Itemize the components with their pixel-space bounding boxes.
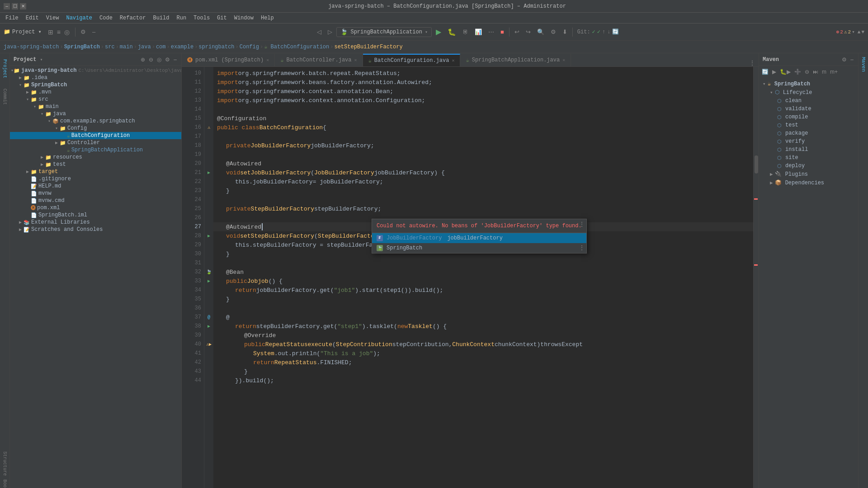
forward-button[interactable]: ▷: [326, 27, 335, 37]
sidebar-icon-commit[interactable]: Commit: [0, 83, 9, 110]
breadcrumb-com[interactable]: com: [156, 44, 166, 50]
maven-dependencies-node[interactable]: ▶ 📦 Dependencies: [761, 178, 856, 187]
undo-button[interactable]: ↩: [512, 27, 522, 37]
editor-scrollbar[interactable]: [753, 67, 759, 488]
redo-button[interactable]: ↪: [524, 27, 533, 37]
tree-test[interactable]: ▶ 📁 test: [10, 161, 181, 168]
tree-package[interactable]: ▾ 📦 com.example.springbatch: [10, 117, 181, 125]
tree-mvnw[interactable]: ▶ 📄 mvnw: [10, 190, 181, 197]
tree-root[interactable]: ▾ 📁 java-spring-batch C:\Users\Administr…: [10, 67, 181, 74]
gutter-method-21[interactable]: ▶: [208, 170, 210, 175]
maven-debug-run-button[interactable]: 🐛▶: [779, 68, 792, 76]
debug-button[interactable]: 🐛: [445, 27, 458, 38]
maven-deploy[interactable]: ⬡ deploy: [761, 162, 856, 170]
run-config-selector[interactable]: 🍃 SpringBatchApplication ▾: [336, 27, 431, 37]
stop-button[interactable]: ■: [498, 27, 506, 37]
more-run-button[interactable]: ⋯: [486, 27, 496, 37]
maximize-button[interactable]: ☐: [12, 3, 18, 9]
nav-down-icon[interactable]: ▼: [861, 29, 864, 35]
maven-skip-tests-button[interactable]: ⏭: [812, 68, 819, 76]
tree-batchconfig[interactable]: ▶ ☕ BatchConfiguration: [10, 132, 181, 139]
tree-pomxml[interactable]: ▶ 🅜 pom.xml: [10, 204, 181, 211]
project-label[interactable]: Project ▾: [12, 28, 42, 35]
tree-springbatchapp[interactable]: ▶ ☕ SpringBatchApplication: [10, 146, 181, 154]
tree-controller[interactable]: ▶ 📁 Controller: [10, 139, 181, 146]
breadcrumb-config[interactable]: Config: [240, 44, 259, 50]
nav-up-icon[interactable]: ▲: [858, 29, 861, 35]
profile-button[interactable]: 📊: [472, 27, 484, 37]
batchcontroller-tab-close[interactable]: ✕: [354, 57, 357, 63]
menu-run[interactable]: Run: [173, 14, 190, 22]
collapse-tool-button[interactable]: ⊖: [148, 56, 154, 64]
maven-install[interactable]: ⬡ install: [761, 145, 856, 154]
maven-validate[interactable]: ⬡ validate: [761, 105, 856, 113]
gutter-warning-16[interactable]: ⚠: [208, 125, 210, 130]
maven-site[interactable]: ⬡ site: [761, 154, 856, 162]
code-content[interactable]: import org.springframework.batch.repeat.…: [213, 67, 753, 488]
tree-helpmd[interactable]: ▶ 📝 HELP.md: [10, 183, 181, 190]
minimize-button[interactable]: –: [4, 3, 10, 9]
maven-compile[interactable]: ⬡ compile: [761, 113, 856, 121]
maven-more-button[interactable]: m+: [829, 68, 839, 76]
gutter-method-28[interactable]: ▶: [208, 233, 210, 239]
close-button[interactable]: ✕: [20, 3, 26, 9]
expand-tool-button[interactable]: ⊕: [140, 56, 146, 64]
breadcrumb-project[interactable]: java-spring-batch: [4, 44, 59, 50]
batchconfig-tab-close[interactable]: ✕: [452, 58, 454, 63]
panel-dropdown-icon[interactable]: ▾: [40, 57, 42, 62]
maven-reload-button[interactable]: 🔄: [761, 68, 769, 76]
tree-target[interactable]: ▶ 📁 target: [10, 168, 181, 175]
menu-help[interactable]: Help: [257, 14, 278, 22]
popup-more-button-2[interactable]: ⋮: [579, 244, 585, 251]
maven-springbatch-node[interactable]: ▾ ☕ SpringBatch: [761, 80, 856, 88]
search-everywhere-button[interactable]: 🔍: [535, 27, 547, 37]
tree-gitignore[interactable]: ▶ 📄 .gitignore: [10, 175, 181, 183]
maven-hide-button[interactable]: –: [849, 56, 854, 64]
tree-java[interactable]: ▾ 📁 java: [10, 110, 181, 117]
maven-plugins-node[interactable]: ▶ 🔌 Plugins: [761, 170, 856, 178]
breadcrumb-example[interactable]: example: [171, 44, 193, 50]
breadcrumb-main[interactable]: main: [120, 44, 133, 50]
tree-idea[interactable]: ▶ 📁 .idea: [10, 74, 181, 81]
tree-mvn[interactable]: ▶ 📁 .mvn: [10, 89, 181, 96]
popup-more-button-1[interactable]: ⋮: [579, 221, 585, 228]
tab-settings[interactable]: ⋮: [746, 60, 759, 66]
breadcrumb-batchconfig[interactable]: ☕ BatchConfiguration: [264, 43, 329, 50]
maven-add-button[interactable]: ➕: [793, 68, 802, 76]
menu-navigate[interactable]: Navigate: [62, 14, 96, 22]
popup-item-1[interactable]: F JobBuilderFactory jobBuilderFactory: [372, 233, 586, 243]
settings-button[interactable]: ⚙: [78, 27, 88, 37]
settings-main-button[interactable]: ⚙: [548, 27, 558, 37]
tree-config[interactable]: ▾ 📁 Config: [10, 125, 181, 132]
maven-run-button[interactable]: ▶: [771, 68, 777, 76]
popup-item-2[interactable]: 🍃 SpringBatch: [372, 243, 586, 253]
pomxml-tab-close[interactable]: ✕: [266, 57, 269, 63]
maven-verify[interactable]: ⬡ verify: [761, 137, 856, 145]
menu-window[interactable]: Window: [231, 14, 257, 22]
breadcrumb-java[interactable]: java: [138, 44, 151, 50]
sidebar-icon-structure[interactable]: Structure: [0, 450, 9, 477]
maven-collapse-all-button[interactable]: ⊖: [804, 68, 810, 76]
menu-git[interactable]: Git: [213, 14, 231, 22]
menu-tools[interactable]: Tools: [190, 14, 213, 22]
panel-settings-button[interactable]: ⚙: [164, 56, 171, 64]
tree-resources[interactable]: ▶ 📁 resources: [10, 154, 181, 161]
locate-file-button[interactable]: ◎: [156, 56, 162, 64]
gutter-method-33[interactable]: ▶: [208, 278, 210, 284]
tab-batchconfig[interactable]: ☕ BatchConfiguration.java ✕: [363, 54, 461, 66]
right-tab-maven[interactable]: Maven: [859, 53, 868, 75]
menu-build[interactable]: Build: [149, 14, 173, 22]
breadcrumb-src[interactable]: src: [105, 44, 115, 50]
tree-mvnw-cmd[interactable]: ▶ 📄 mvnw.cmd: [10, 197, 181, 204]
tab-springbatchapp[interactable]: ☕ SpringBatchApplication.java ✕: [460, 54, 571, 66]
maven-clean[interactable]: ⬡ clean: [761, 97, 856, 105]
window-controls[interactable]: – ☐ ✕: [4, 3, 26, 9]
maven-settings-button[interactable]: ⚙: [841, 56, 848, 64]
menu-refactor[interactable]: Refactor: [116, 14, 150, 22]
back-button[interactable]: ◁: [315, 27, 324, 37]
maven-lifecycle-node[interactable]: ▾ ⬡ Lifecycle: [761, 88, 856, 97]
tree-iml[interactable]: ▶ 📄 SpringBatch.iml: [10, 211, 181, 219]
breadcrumb-springbatch2[interactable]: springbatch: [198, 44, 234, 50]
sidebar-icon-bookmarks[interactable]: Bookmarks: [0, 478, 9, 488]
menu-code[interactable]: Code: [96, 14, 116, 22]
